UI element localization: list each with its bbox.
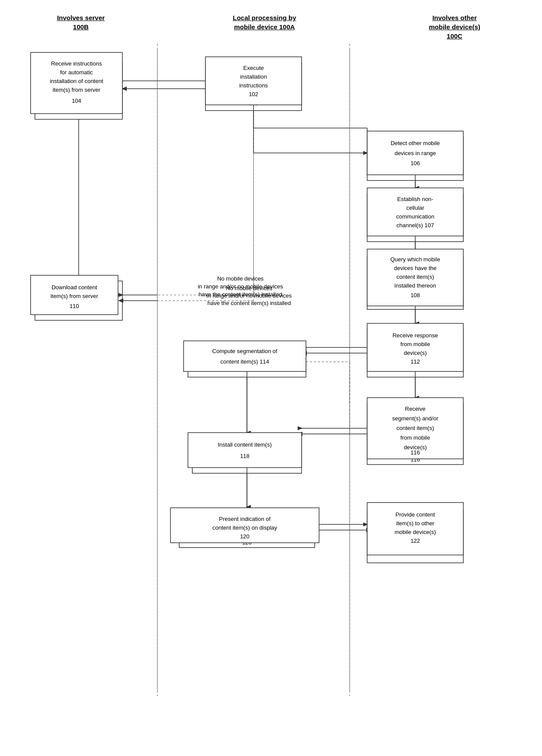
svg-text:No mobile devices: No mobile devices <box>217 275 264 282</box>
svg-text:104: 104 <box>72 97 81 104</box>
svg-text:installation of content: installation of content <box>50 78 104 84</box>
svg-text:116: 116 <box>410 449 420 456</box>
svg-text:from mobile: from mobile <box>400 434 430 441</box>
svg-text:Receive instructions: Receive instructions <box>51 60 102 67</box>
svg-text:112: 112 <box>410 358 420 365</box>
svg-text:Establish non-: Establish non- <box>397 196 433 202</box>
svg-text:segment(s) and/or: segment(s) and/or <box>392 415 438 422</box>
svg-text:installed thereon: installed thereon <box>394 282 436 289</box>
svg-rect-102 <box>205 57 302 105</box>
svg-text:device(s): device(s) <box>404 350 427 356</box>
svg-text:content item(s) on display: content item(s) on display <box>212 524 278 531</box>
svg-text:channel(s) 107: channel(s) 107 <box>396 222 434 229</box>
svg-text:Provide content: Provide content <box>396 511 435 518</box>
svg-text:Compute segmentation of: Compute segmentation of <box>212 348 278 354</box>
svg-text:communication: communication <box>396 213 434 220</box>
svg-text:devices have the: devices have the <box>394 265 437 271</box>
svg-text:Install content item(s): Install content item(s) <box>218 441 272 448</box>
svg-text:devices in range: devices in range <box>395 150 436 156</box>
svg-text:have the content item(s) insta: have the content item(s) installed <box>199 291 282 298</box>
svg-text:mobile device(s): mobile device(s) <box>395 529 436 535</box>
svg-text:Detect other mobile: Detect other mobile <box>391 140 440 146</box>
svg-text:from mobile: from mobile <box>400 341 430 347</box>
col-header-other: Involves other mobile device(s) 100C <box>393 13 516 41</box>
svg-rect-140 <box>184 341 306 371</box>
svg-text:installation: installation <box>240 73 267 80</box>
svg-text:122: 122 <box>410 538 420 544</box>
svg-text:Execute: Execute <box>243 65 264 71</box>
svg-text:Download content: Download content <box>52 284 97 291</box>
diagram-container: Involves server 100B Local processing by… <box>22 0 520 756</box>
svg-text:item(s) from server: item(s) from server <box>52 87 101 93</box>
svg-text:for automatic: for automatic <box>60 69 93 76</box>
svg-text:content item(s): content item(s) <box>396 425 434 431</box>
svg-text:110: 110 <box>69 303 79 309</box>
svg-text:Query which mobile: Query which mobile <box>390 256 440 263</box>
svg-text:Receive response: Receive response <box>393 332 438 339</box>
svg-text:instructions: instructions <box>239 82 268 89</box>
svg-text:content item(s) 114: content item(s) 114 <box>220 358 269 365</box>
flow-diagram-arrows: Execute installation instructions 102 Re… <box>22 44 520 721</box>
svg-text:item(s) from server: item(s) from server <box>50 293 98 299</box>
svg-text:item(s) to other: item(s) to other <box>396 520 434 527</box>
svg-rect-117 <box>367 188 463 236</box>
svg-text:102: 102 <box>249 91 258 97</box>
svg-text:Receive: Receive <box>405 406 426 412</box>
col-header-mobile: Local processing by mobile device 100A <box>186 13 343 41</box>
col-header-server: Involves server 100B <box>26 13 136 41</box>
svg-text:Present indication of: Present indication of <box>219 516 271 522</box>
svg-text:120: 120 <box>240 533 250 540</box>
svg-text:108: 108 <box>410 292 420 298</box>
svg-text:118: 118 <box>240 453 250 459</box>
svg-text:cellular: cellular <box>406 205 424 211</box>
column-headers: Involves server 100B Local processing by… <box>22 13 520 41</box>
svg-text:content item(s): content item(s) <box>396 274 434 280</box>
svg-rect-150 <box>188 433 302 468</box>
svg-text:in range and/or no mobile devi: in range and/or no mobile devices <box>198 283 283 290</box>
svg-text:106: 106 <box>410 160 420 166</box>
